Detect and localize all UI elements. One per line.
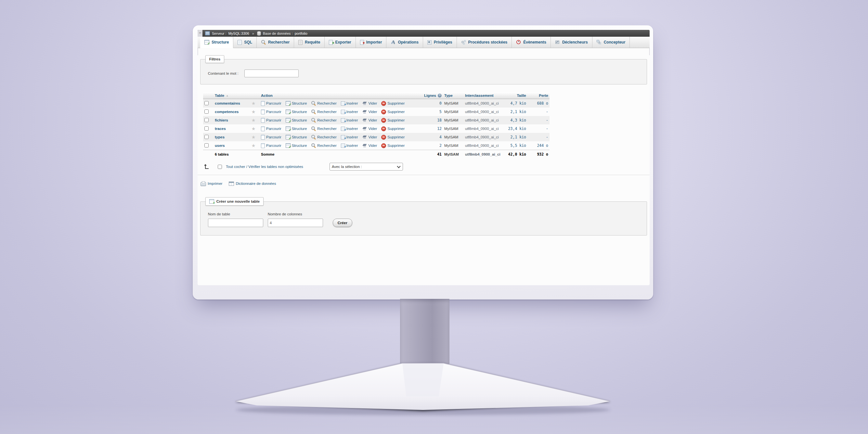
sort-arrow-icon (226, 94, 228, 97)
create-button[interactable]: Créer (333, 219, 352, 227)
search-link[interactable]: Rechercher (311, 135, 336, 140)
structure-link[interactable]: Structure (286, 143, 307, 148)
structure-page: Filtres Contenant le mot : Table (197, 55, 650, 285)
tab-sql[interactable]: SQL (233, 37, 257, 48)
browse-link[interactable]: Parcourir (261, 126, 281, 131)
insert-link[interactable]: Insérer (341, 118, 358, 122)
row-checkbox[interactable] (205, 143, 209, 148)
browse-link[interactable]: Parcourir (261, 110, 281, 114)
structure-link[interactable]: Structure (286, 101, 307, 105)
table-name-label: Nom de table (208, 212, 268, 216)
screen: − Serveur : MySQL:3306 » Base de données… (197, 30, 650, 285)
insert-link[interactable]: Insérer (341, 144, 358, 148)
check-all-label[interactable]: Tout cocher / Vérifier les tables non op… (226, 165, 303, 168)
tab-triggers[interactable]: Déclencheurs (551, 37, 592, 48)
database-link[interactable]: portfolio (295, 32, 307, 35)
favorite-star-icon[interactable]: ★ (251, 143, 256, 148)
columns-count-input[interactable] (268, 219, 323, 227)
with-selected-select[interactable]: Avec la sélection : (330, 163, 403, 170)
empty-link[interactable]: Vider (362, 101, 377, 105)
browse-link[interactable]: Parcourir (261, 143, 281, 148)
check-all-checkbox[interactable] (218, 165, 222, 169)
favorite-star-icon[interactable]: ★ (251, 109, 256, 114)
containing-word-input[interactable] (244, 69, 299, 77)
search-link[interactable]: Rechercher (311, 143, 336, 148)
favorite-star-icon[interactable]: ★ (251, 101, 256, 106)
empty-link[interactable]: Vider (362, 118, 377, 122)
drop-icon (381, 126, 386, 131)
drop-link[interactable]: Supprimer (381, 118, 405, 123)
empty-icon (362, 143, 367, 148)
favorite-star-icon[interactable]: ★ (251, 134, 256, 140)
row-checkbox[interactable] (205, 101, 209, 105)
tab-designer[interactable]: Concepteur (592, 37, 630, 48)
tab-structure[interactable]: Structure (200, 37, 233, 48)
tab-label: Procédures stockées (468, 40, 507, 44)
browse-link[interactable]: Parcourir (261, 118, 281, 123)
tab-import[interactable]: Importer (356, 37, 387, 48)
row-size: 2,1 kio (505, 133, 527, 141)
insert-link[interactable]: Insérer (341, 110, 358, 114)
insert-link[interactable]: Insérer (341, 135, 358, 140)
tab-export[interactable]: Exporter (324, 37, 355, 48)
insert-link[interactable]: Insérer (341, 101, 358, 105)
table-row: types ★ Parcourir Structure Rechercher I… (203, 133, 550, 141)
table-name-input[interactable] (208, 219, 263, 227)
table-name-link[interactable]: competences (215, 110, 239, 114)
search-link[interactable]: Rechercher (311, 118, 336, 122)
browse-link[interactable]: Parcourir (261, 135, 281, 140)
server-link[interactable]: MySQL:3306 (228, 32, 249, 35)
tab-operations[interactable]: Opérations (386, 37, 423, 48)
tab-privileges[interactable]: Privilèges (423, 37, 457, 48)
tab-search[interactable]: Rechercher (257, 37, 294, 48)
row-overhead: - (527, 107, 550, 116)
empty-link[interactable]: Vider (362, 143, 377, 148)
search-link[interactable]: Rechercher (311, 101, 336, 105)
empty-link[interactable]: Vider (362, 126, 377, 131)
header-size[interactable]: Taille (505, 92, 527, 99)
empty-link[interactable]: Vider (362, 135, 377, 140)
table-name-link[interactable]: users (215, 144, 225, 148)
favorite-star-icon[interactable]: ★ (251, 126, 256, 131)
empty-link[interactable]: Vider (362, 110, 377, 114)
structure-link[interactable]: Structure (286, 135, 307, 140)
table-name-link[interactable]: traces (215, 127, 226, 131)
tab-label: Exporter (335, 40, 351, 44)
tab-routines[interactable]: Procédures stockées (457, 37, 512, 48)
structure-link[interactable]: Structure (286, 126, 307, 131)
collapse-navigation-button[interactable]: − (197, 30, 203, 37)
header-collation[interactable]: Interclassement (464, 92, 505, 99)
tab-bar: Structure SQL Rechercher Requête (197, 37, 650, 48)
structure-link[interactable]: Structure (286, 118, 307, 122)
table-name-link[interactable]: types (215, 135, 224, 139)
favorite-star-icon[interactable]: ★ (251, 118, 256, 123)
header-table[interactable]: Table (214, 92, 247, 99)
header-type[interactable]: Type (443, 92, 464, 99)
browse-link[interactable]: Parcourir (261, 101, 281, 106)
drop-link[interactable]: Supprimer (381, 143, 405, 148)
tab-events[interactable]: Évènements (512, 37, 551, 48)
search-link[interactable]: Rechercher (311, 110, 336, 114)
drop-link[interactable]: Supprimer (381, 126, 405, 131)
row-checkbox[interactable] (205, 118, 209, 122)
structure-link[interactable]: Structure (286, 110, 307, 114)
routines-icon (461, 40, 466, 44)
header-overhead[interactable]: Perte (527, 92, 550, 99)
drop-link[interactable]: Supprimer (381, 101, 405, 106)
row-checkbox[interactable] (205, 126, 209, 131)
help-icon[interactable] (438, 94, 442, 97)
insert-link[interactable]: Insérer (341, 127, 358, 131)
header-rows[interactable]: Lignes (417, 92, 443, 99)
structure-icon (205, 40, 209, 44)
search-link[interactable]: Rechercher (311, 126, 336, 131)
table-name-link[interactable]: fichiers (215, 118, 228, 122)
tab-query[interactable]: Requête (294, 37, 324, 48)
drop-link[interactable]: Supprimer (381, 135, 405, 140)
row-collation: utf8mb4_0900_ai_ci (464, 133, 505, 141)
row-checkbox[interactable] (205, 135, 209, 139)
data-dictionary-link[interactable]: Dictionnaire de données (229, 181, 276, 186)
row-checkbox[interactable] (205, 110, 209, 114)
print-link[interactable]: Imprimer (200, 181, 222, 186)
table-name-link[interactable]: commentaires (215, 101, 240, 105)
drop-link[interactable]: Supprimer (381, 110, 405, 114)
